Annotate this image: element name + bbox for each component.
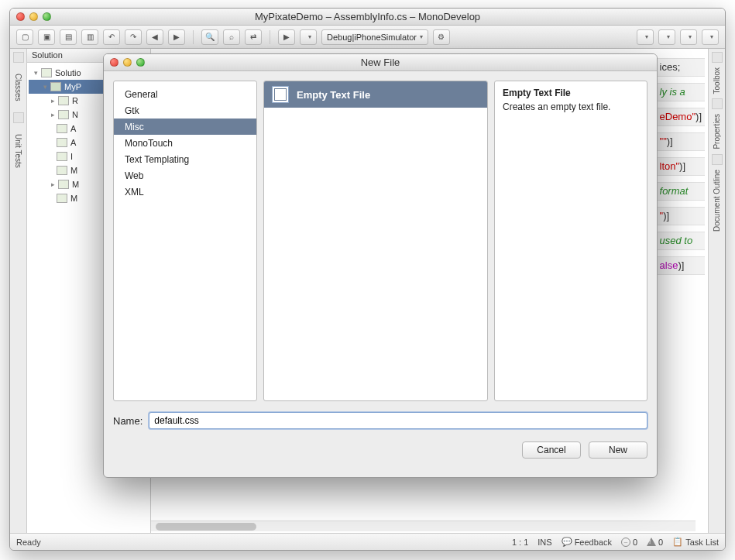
cat-general[interactable]: General [114,86,256,102]
template-empty-text-file[interactable]: Empty Text File [264,81,487,108]
desc-title: Empty Text File [503,88,639,98]
desc-body: Creates an empty text file. [503,101,639,112]
main-window: MyPixateDemo – AssemblyInfo.cs – MonoDev… [9,8,726,551]
new-file-dialog: New File General Gtk Misc MonoTouch Text… [103,53,658,478]
modal-minimize-button[interactable] [123,58,132,67]
cat-monotouch[interactable]: MonoTouch [114,135,256,151]
button-row: Cancel New [113,441,647,459]
new-button[interactable]: New [589,441,647,459]
cancel-button[interactable]: Cancel [522,441,581,459]
file-icon [272,86,289,103]
modal-titlebar: New File [104,54,657,71]
modal-body: General Gtk Misc MonoTouch Text Templati… [104,71,657,477]
modal-window-controls [110,58,145,67]
description-pane: Empty Text File Creates an empty text fi… [494,81,647,401]
name-row: Name: [113,412,647,429]
category-pane: General Gtk Misc MonoTouch Text Templati… [113,81,257,401]
cat-gtk[interactable]: Gtk [114,102,256,119]
modal-zoom-button[interactable] [136,58,145,67]
category-list: General Gtk Misc MonoTouch Text Templati… [114,81,256,204]
cat-misc[interactable]: Misc [114,119,256,135]
template-pane: Empty Text File [263,81,488,401]
cat-web[interactable]: Web [114,167,256,184]
modal-overlay: New File General Gtk Misc MonoTouch Text… [10,9,725,550]
cat-text-templating[interactable]: Text Templating [114,151,256,167]
name-label: Name: [113,415,143,427]
name-input[interactable] [149,412,647,429]
modal-close-button[interactable] [110,58,118,67]
cat-xml[interactable]: XML [114,184,256,200]
modal-title: New File [110,57,651,68]
template-label: Empty Text File [297,89,370,101]
modal-panels: General Gtk Misc MonoTouch Text Templati… [113,81,647,401]
